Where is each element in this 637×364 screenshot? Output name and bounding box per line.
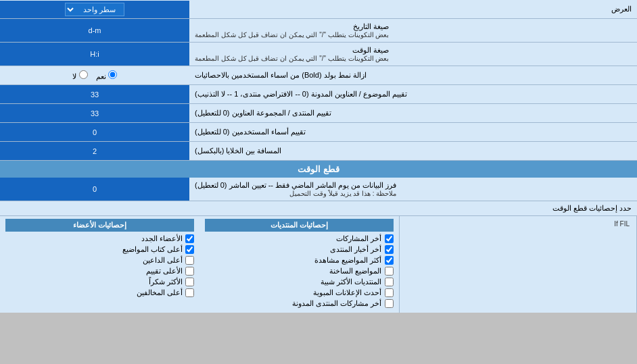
cb-top-violations-label: أعلى المخالفين <box>137 288 183 297</box>
stats-apply-col: If FIL <box>400 216 638 313</box>
cb-item-3: أكثر المواضيع مشاهدة <box>205 256 394 265</box>
cb-last-news[interactable] <box>385 245 394 254</box>
cell-spacing-input-wrapper <box>0 142 189 160</box>
cb-hot-topics[interactable] <box>385 267 394 276</box>
display-select[interactable]: سطر واحد سطرين ثلاثة أسطر <box>65 3 124 16</box>
forum-order-input[interactable] <box>4 107 185 120</box>
cutoff-input[interactable] <box>4 183 185 195</box>
cb-most-thanks-label: الأكثر شكراً <box>149 278 183 286</box>
cb-hot-topics-label: المواضيع الساخنة <box>329 267 381 276</box>
cb-top-violations[interactable] <box>185 288 194 297</box>
date-format-row: صيغة التاريخ بعض التكوينات يتطلب "/" الت… <box>0 19 637 43</box>
bold-remove-radio-area: نعم لا <box>0 66 189 84</box>
cell-spacing-input[interactable] <box>4 145 185 157</box>
display-row: العرض سطر واحد سطرين ثلاثة أسطر <box>0 0 637 19</box>
users-order-row: تقييم أسماء المستخدمين (0 للتعطيل) <box>0 123 637 142</box>
display-label: العرض <box>189 2 637 16</box>
forum-stats-header: إحصائيات المنتديات <box>205 219 394 232</box>
bold-remove-label: ازالة نمط بولد (Bold) من اسماء المستخدمي… <box>189 66 637 84</box>
cb-most-thanks[interactable] <box>185 278 194 286</box>
cb-top-rated[interactable] <box>185 267 194 276</box>
cb-last-forum-posts[interactable] <box>385 299 394 308</box>
cb-top-rated-label: الأعلى تقييم <box>146 267 183 276</box>
display-select-wrapper: سطر واحد سطرين ثلاثة أسطر <box>0 1 189 18</box>
cb-item-5: المنتديات الأكثر شبية <box>205 278 394 286</box>
cb-item-1: أخر المشاركات <box>205 234 394 243</box>
cb-m-item-5: الأكثر شكراً <box>5 278 194 286</box>
cb-latest-ads[interactable] <box>385 288 394 297</box>
time-format-input[interactable] <box>4 48 185 60</box>
forum-order-input-wrapper <box>0 104 189 122</box>
cb-top-writers-label: أعلى كتاب المواضيع <box>122 245 183 254</box>
cb-top-inviters-label: أعلى الداعين <box>143 256 183 265</box>
cb-new-members[interactable] <box>185 234 194 243</box>
cb-m-item-2: أعلى كتاب المواضيع <box>5 245 194 254</box>
cb-top-inviters[interactable] <box>185 256 194 265</box>
members-stats-col: إحصائيات الأعضاء الأعضاء الجدد أعلى كتاب… <box>0 216 199 313</box>
cb-m-item-3: أعلى الداعين <box>5 256 194 265</box>
cb-most-viewed-label: أكثر المواضيع مشاهدة <box>314 256 381 265</box>
cb-latest-ads-label: أحدث الإعلانات المبوية <box>313 288 381 297</box>
radio-yes-label: نعم <box>96 70 117 81</box>
cb-item-4: المواضيع الساخنة <box>205 267 394 276</box>
cb-m-item-1: الأعضاء الجدد <box>5 234 194 243</box>
main-container: العرض سطر واحد سطرين ثلاثة أسطر صيغة الت… <box>0 0 637 313</box>
date-format-input[interactable] <box>4 24 185 36</box>
cb-item-6: أحدث الإعلانات المبوية <box>205 288 394 297</box>
cb-similar-forums-label: المنتديات الأكثر شبية <box>321 278 381 286</box>
cb-m-item-6: أعلى المخالفين <box>5 288 194 297</box>
cb-m-item-4: الأعلى تقييم <box>5 267 194 276</box>
cb-new-members-label: الأعضاء الجدد <box>141 234 183 243</box>
cb-last-news-label: أخر أخبار المنتدى <box>330 245 381 254</box>
time-format-row: صيغة الوقت بعض التكوينات يتطلب "/" التي … <box>0 43 637 66</box>
cb-last-posts[interactable] <box>385 234 394 243</box>
cell-spacing-label: المسافة بين الخلايا (بالبكسل) <box>189 142 637 160</box>
stats-header-row: حدد إحصائيات قطع الوقت <box>0 201 637 216</box>
radio-no-label: لا <box>72 70 87 81</box>
cb-last-forum-posts-label: أخر مشاركات المنتدى المدونة <box>292 299 381 308</box>
users-order-label: تقييم أسماء المستخدمين (0 للتعطيل) <box>189 123 637 141</box>
checkboxes-grid: If FIL إحصائيات المنتديات أخر المشاركات … <box>0 216 637 313</box>
users-order-input[interactable] <box>4 126 185 138</box>
cb-most-viewed[interactable] <box>385 256 394 265</box>
cutoff-row: فرز البيانات من يوم الماشر الماضي فقط --… <box>0 178 637 201</box>
time-format-input-wrapper <box>0 43 189 66</box>
cb-similar-forums[interactable] <box>385 278 394 286</box>
cb-top-writers[interactable] <box>185 245 194 254</box>
date-format-label: صيغة التاريخ بعض التكوينات يتطلب "/" الت… <box>189 19 637 42</box>
topic-order-label: تقييم الموضوع / العناوين المدونة (0 -- ا… <box>189 85 637 103</box>
topic-order-row: تقييم الموضوع / العناوين المدونة (0 -- ا… <box>0 85 637 104</box>
forum-order-row: تقييم المنتدى / المجموعة العناوين (0 للت… <box>0 104 637 123</box>
members-stats-header: إحصائيات الأعضاء <box>5 219 194 232</box>
date-format-input-wrapper <box>0 19 189 42</box>
cutoff-input-wrapper <box>0 178 189 201</box>
cutoff-label: فرز البيانات من يوم الماشر الماضي فقط --… <box>189 178 637 201</box>
topic-order-input-wrapper <box>0 85 189 103</box>
users-order-input-wrapper <box>0 123 189 141</box>
cb-last-posts-label: أخر المشاركات <box>336 234 381 243</box>
bold-remove-row: ازالة نمط بولد (Bold) من اسماء المستخدمي… <box>0 66 637 85</box>
forum-order-label: تقييم المنتدى / المجموعة العناوين (0 للت… <box>189 104 637 122</box>
radio-yes[interactable] <box>108 70 117 79</box>
forum-stats-col: إحصائيات المنتديات أخر المشاركات أخر أخب… <box>199 216 400 313</box>
time-format-label: صيغة الوقت بعض التكوينات يتطلب "/" التي … <box>189 43 637 66</box>
cutoff-section-header: قطع الوقت <box>0 161 637 178</box>
if-fil-text: If FIL <box>405 219 632 229</box>
cb-item-7: أخر مشاركات المنتدى المدونة <box>205 299 394 308</box>
radio-no[interactable] <box>79 70 88 79</box>
cell-spacing-row: المسافة بين الخلايا (بالبكسل) <box>0 142 637 161</box>
topic-order-input[interactable] <box>4 88 185 101</box>
stats-select-label: حدد إحصائيات قطع الوقت <box>0 202 637 215</box>
cb-item-2: أخر أخبار المنتدى <box>205 245 394 254</box>
